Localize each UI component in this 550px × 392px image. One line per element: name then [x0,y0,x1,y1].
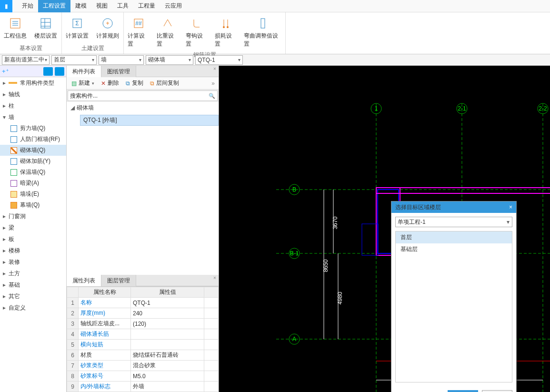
project-info-icon [9,17,22,30]
menu-start[interactable]: 开始 [17,0,38,12]
tab-component-list[interactable]: 构件列表 [67,66,101,77]
comp-item[interactable]: QTQ-1 [外墙] [80,115,219,126]
tree-wallpier[interactable]: 墙垛(E) [0,189,66,200]
hook-icon [190,17,203,30]
calc-icon: Σ [70,17,84,30]
floor-copy-button[interactable]: ⧉层间复制 [147,78,182,89]
floor-list[interactable]: 首层 基础层 [395,231,512,382]
hook-settings-button[interactable]: 弯钩设置 [182,15,211,50]
project-select[interactable]: 单项工程-1 [395,217,512,227]
menu-quantity[interactable]: 工程量 [133,0,160,12]
tree-custom[interactable]: ▸自定义 [0,302,66,313]
new-button[interactable]: ▤新建▾ [69,78,97,89]
dialog-title: 选择目标区域楼层 [395,203,441,211]
tree-shearwall[interactable]: 剪力墙(Q) [0,123,66,134]
member-combo[interactable]: QTQ-1 [195,55,243,65]
panel-close-icon[interactable]: × [212,66,218,71]
svg-text:2-2: 2-2 [539,105,547,112]
category-combo[interactable]: 墙 [99,55,144,65]
cancel-button[interactable]: 取消 [482,390,512,392]
floor-settings-button[interactable]: 楼层设置 [30,15,61,43]
tab-properties[interactable]: 属性列表 [67,275,101,286]
rebar-calc-button[interactable]: ##计算设置 [124,15,153,50]
tree-earth[interactable]: ▸土方 [0,268,66,279]
menu-modeling[interactable]: 建模 [70,0,91,12]
search-input[interactable]: 搜索构件... [68,90,218,101]
view-grid-button[interactable] [55,67,64,76]
prop-row[interactable]: 2厚度(mm)240 [67,308,219,319]
type-combo[interactable]: 砌体墙 [146,55,193,65]
prop-row[interactable]: 5横向短筋 [67,340,219,350]
tree-masonrywall[interactable]: 砌体墙(Q) [0,145,66,156]
project-info-button[interactable]: 工程信息 [0,15,30,43]
wall-icon [10,180,17,187]
prop-row[interactable]: 8砂浆标号M5.0 [67,371,219,382]
floor-icon [39,17,52,30]
rebar-calc-icon: ## [132,17,145,30]
floor-item-base[interactable]: 基础层 [396,243,512,255]
tree-foundation[interactable]: ▸基础 [0,279,66,291]
prop-row[interactable]: 4砌体通长筋 [67,329,219,340]
new-icon: ▤ [71,80,77,87]
prop-row[interactable]: 6材质烧结煤矸石普通砖 [67,350,219,361]
weight-settings-button[interactable]: 比重设置 [153,15,182,50]
svg-text:B: B [292,186,296,193]
tree-wall[interactable]: ▾墙 [0,111,66,123]
svg-text:2-1: 2-1 [458,105,466,112]
menu-cloud[interactable]: 云应用 [160,0,187,12]
plus-icon[interactable]: +⁺ [2,68,9,75]
tree-slab[interactable]: ▸板 [0,233,66,245]
floor-combo[interactable]: 首层 [51,55,97,65]
calc-rules-button[interactable]: +计算规则 [92,15,123,43]
tree-beam[interactable]: ▸梁 [0,222,66,233]
tree-column[interactable]: ▸柱 [0,100,66,111]
copy-icon: ⧉ [126,80,130,87]
floor-item-first[interactable]: 首层 [396,231,512,243]
wall-icon [10,125,17,132]
svg-rect-16 [261,19,265,28]
loss-icon [219,17,232,30]
tree-common[interactable]: ▸常用构件类型 [0,77,66,89]
view-list-button[interactable] [43,67,53,76]
svg-text:Σ: Σ [75,20,79,27]
calc-settings-button[interactable]: Σ计算设置 [62,15,92,43]
component-tree[interactable]: ▸常用构件类型 ▸轴线 ▸柱 ▾墙 剪力墙(Q) 人防门框墙(RF) 砌体墙(Q… [0,77,66,392]
prop-row[interactable]: 1名称QTQ-1 [67,298,219,308]
tree-masonryrein[interactable]: 砌体加筋(Y) [0,156,66,167]
component-list: ◢砌体墙 QTQ-1 [外墙] [67,102,219,275]
tree-curtainwall[interactable]: 幕墙(Q) [0,200,66,211]
tree-stair[interactable]: ▸楼梯 [0,245,66,256]
copy-button[interactable]: ⧉复制 [123,78,146,89]
prop-row[interactable]: 3轴线距左墙皮...(120) [67,319,219,329]
tree-defensewall[interactable]: 人防门框墙(RF) [0,134,66,145]
project-combo[interactable]: 新嘉街道第二中 [2,55,50,65]
tree-hiddenbeam[interactable]: 暗梁(A) [0,178,66,189]
dialog-close-button[interactable]: × [509,204,512,211]
more-icon[interactable]: » [211,80,217,87]
panel-close-icon[interactable]: × [212,275,218,281]
tree-insulationwall[interactable]: 保温墙(Q) [0,167,66,178]
wall-icon [10,191,17,198]
prop-row[interactable]: 9内/外墙标志外墙 [67,382,219,392]
tab-drawing-manage[interactable]: 图纸管理 [101,66,136,77]
loss-settings-button[interactable]: 损耗设置 [211,15,240,50]
group-civil-label: 土建设置 [62,43,123,54]
comp-group[interactable]: ◢砌体墙 [67,102,219,114]
tab-layer-manage[interactable]: 图层管理 [101,275,136,286]
tree-opening[interactable]: ▸门窗洞 [0,211,66,222]
prop-row[interactable]: 7砂浆类型混合砂浆 [67,361,219,371]
tree-finish[interactable]: ▸装修 [0,256,66,268]
menu-tools[interactable]: 工具 [112,0,133,12]
drawing-canvas[interactable]: 12-12-2 BB-1A 3670 8650 4980 5000 4290 [219,66,550,392]
svg-point-14 [223,26,225,28]
delete-button[interactable]: ✕删除 [98,78,122,89]
property-table[interactable]: 属性名称属性值 1名称QTQ-12厚度(mm)2403轴线距左墙皮...(120… [67,286,219,392]
tree-axis[interactable]: ▸轴线 [0,89,66,100]
menu-project-settings[interactable]: 工程设置 [38,0,70,12]
bend-adjust-button[interactable]: 弯曲调整值设置 [240,15,285,50]
ok-button[interactable]: 确定 [448,390,478,392]
menu-view[interactable]: 视图 [91,0,112,12]
tree-other[interactable]: ▸其它 [0,291,66,302]
svg-text:+: + [106,20,109,27]
bend-icon [256,17,270,30]
